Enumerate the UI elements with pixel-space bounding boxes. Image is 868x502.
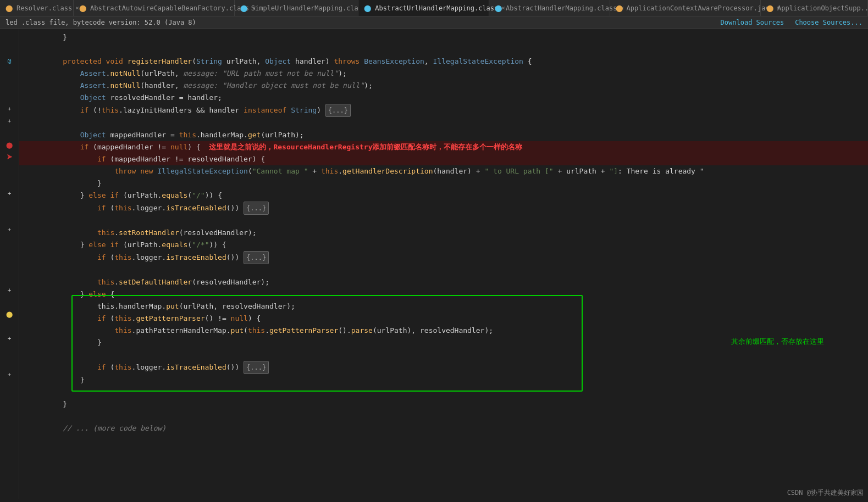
gutter-line-14: + <box>0 187 19 199</box>
gutter-line-37 <box>0 465 19 477</box>
code-line-if-mapped: if (mappedHandler != null) { 这里就是之前说的，Re… <box>19 141 868 153</box>
tab-abstracthandler[interactable]: ⬤ AbstractHandlerMapping.class × <box>489 0 610 16</box>
tab-icon-applicationobjectsupp: ⬤ <box>766 4 774 12</box>
gutter-line-36 <box>0 453 19 465</box>
gutter-line-2 <box>0 42 19 54</box>
gutter-line-1 <box>0 30 19 42</box>
tab-abstracturlhandler[interactable]: ⬤ AbstractUrlHandlerMapping.class × <box>358 0 489 16</box>
code-line-close1: } <box>19 177 868 189</box>
right-comment-box: 其余前缀匹配，否存放在这里 <box>731 337 824 347</box>
tab-icon-abstracthandler: ⬤ <box>495 4 502 12</box>
gutter-line-13 <box>0 175 19 187</box>
tab-icon-applicationcontextaware: ⬤ <box>616 4 623 12</box>
code-line-handlermap-put: this.handlerMap.put(urlPath, resolvedHan… <box>19 300 868 313</box>
code-line-elseif2: } else if (urlPath.equals("/*")) { <box>19 239 868 251</box>
code-line-trace1: if (this.logger.isTraceEnabled()) {...} <box>19 202 868 215</box>
gutter-line-7: + <box>0 103 19 115</box>
fold-block-trace1[interactable]: {...} <box>244 202 269 215</box>
code-line-blank1 <box>19 43 868 55</box>
tab-bar: ⬤ Resolver.class × ⬤ AbstractAutowireCap… <box>0 0 868 16</box>
gutter-line-12 <box>0 163 19 175</box>
code-line-bottom: // ... (more code below) <box>19 422 868 434</box>
gutter-line-15 <box>0 199 19 211</box>
gutter-line-31 <box>0 393 19 405</box>
tab-resolver[interactable]: ⬤ Resolver.class × <box>0 0 74 16</box>
code-line-assert1: Assert.notNull(urlPath, message: "URL pa… <box>19 68 868 80</box>
gutter-line-18 <box>0 236 19 248</box>
tab-abstractautowire[interactable]: ⬤ AbstractAutowireCapableBeanFactory.cla… <box>74 0 235 16</box>
code-line-resolvedhandler: Object resolvedHandler = handler; <box>19 92 868 104</box>
choose-sources-link[interactable]: Choose Sources... <box>795 19 863 26</box>
gutter-line-4 <box>0 66 19 79</box>
fold-block-trace3[interactable]: {...} <box>244 361 269 374</box>
code-line-assert2: Assert.notNull(handler, message: "Handle… <box>19 80 868 92</box>
gutter-line-3: @ <box>0 54 19 66</box>
code-line-registerhandler: protected void registerHandler(String ur… <box>19 55 868 68</box>
code-line-blank4 <box>19 264 868 276</box>
gutter-line-21 <box>0 272 19 284</box>
code-line-trace3: if (this.logger.isTraceEnabled()) {...} <box>19 361 868 374</box>
fold-block-trace2[interactable]: {...} <box>244 251 269 264</box>
gutter-line-34 <box>0 429 19 441</box>
code-line-if-pattern: if (this.getPatternParser() != null) { <box>19 313 868 325</box>
gutter-line-38 <box>0 477 19 489</box>
gutter-line-30 <box>0 381 19 393</box>
code-line-throw: throw new IllegalStateException("Cannot … <box>19 165 868 177</box>
gutter: @ + + ⬤ ⮞ + + + ⬤ + + <box>0 29 19 499</box>
gutter-line-8: + <box>0 115 19 127</box>
gutter-line-28 <box>0 356 19 369</box>
code-line-blank2 <box>19 117 868 129</box>
code-line-elseif1: } else if (urlPath.equals("/")) { <box>19 189 868 202</box>
code-line-else: } else { <box>19 288 868 300</box>
code-line-1: } <box>19 31 868 43</box>
tab-icon-resolver: ⬤ <box>5 4 13 12</box>
tab-icon-abstractautowire: ⬤ <box>79 4 87 12</box>
code-line-blank3 <box>19 215 868 227</box>
gutter-line-17: + <box>0 224 19 236</box>
gutter-line-9 <box>0 127 19 139</box>
download-sources-link[interactable]: Download Sources <box>721 19 784 26</box>
gutter-line-11: ⮞ <box>0 151 19 163</box>
editor-area: @ + + ⬤ ⮞ + + + ⬤ + + <box>0 29 868 499</box>
tab-applicationobjectsupp[interactable]: ⬤ ApplicationObjectSupp... × <box>761 0 868 16</box>
gutter-line-26: + <box>0 332 19 344</box>
gutter-line-35 <box>0 441 19 453</box>
code-line-close3: } <box>19 374 868 386</box>
gutter-line-16 <box>0 211 19 224</box>
code-line-if-mapped2: if (mappedHandler != resolvedHandler) { <box>19 153 868 165</box>
gutter-line-27 <box>0 344 19 356</box>
fold-block-lazy[interactable]: {...} <box>325 104 351 117</box>
gutter-line-6 <box>0 91 19 103</box>
gutter-line-24: ⬤ <box>0 308 19 320</box>
gutter-line-29: + <box>0 369 19 381</box>
code-line-blank5 <box>19 349 868 361</box>
code-line-close4: } <box>19 398 868 410</box>
code-area[interactable]: } protected void registerHandler(String … <box>19 29 868 499</box>
tab-icon-abstracturlhandler: ⬤ <box>364 4 372 12</box>
code-line-mappedhandler: Object mappedHandler = this.handlerMap.g… <box>19 129 868 141</box>
code-line-blank7 <box>19 410 868 422</box>
gutter-line-32 <box>0 405 19 417</box>
gutter-line-20 <box>0 260 19 272</box>
gutter-line-23 <box>0 296 19 308</box>
code-line-setdefaulthandler: this.setDefaultHandler(resolvedHandler); <box>19 276 868 288</box>
info-bar-links: Download Sources Choose Sources... <box>721 19 863 26</box>
tab-simpleurlhandler[interactable]: ⬤ SimpleUrlHandlerMapping.class × <box>235 0 359 16</box>
info-bar-text: led .class file, bytecode version: 52.0 … <box>5 19 196 26</box>
gutter-line-19 <box>0 248 19 260</box>
gutter-line-33 <box>0 417 19 429</box>
code-line-pathpattern: this.pathPatternHandlerMap.put(this.getP… <box>19 325 868 337</box>
tab-icon-simpleurlhandler: ⬤ <box>240 4 248 12</box>
gutter-line-25 <box>0 320 19 332</box>
info-bar: led .class file, bytecode version: 52.0 … <box>0 16 868 29</box>
code-line-if-lazy: if (!this.lazyInitHandlers && handler in… <box>19 104 868 117</box>
code-line-setroothandler: this.setRootHandler(resolvedHandler); <box>19 227 868 239</box>
code-line-trace2: if (this.logger.isTraceEnabled()) {...} <box>19 251 868 264</box>
gutter-line-5 <box>0 79 19 91</box>
watermark: CSDN @协手共建美好家园 <box>787 488 864 498</box>
gutter-line-22: + <box>0 284 19 296</box>
code-line-blank6 <box>19 386 868 398</box>
gutter-line-10: ⬤ <box>0 139 19 151</box>
tab-applicationcontextaware[interactable]: ⬤ ApplicationContextAwareProcessor.java … <box>610 0 761 16</box>
